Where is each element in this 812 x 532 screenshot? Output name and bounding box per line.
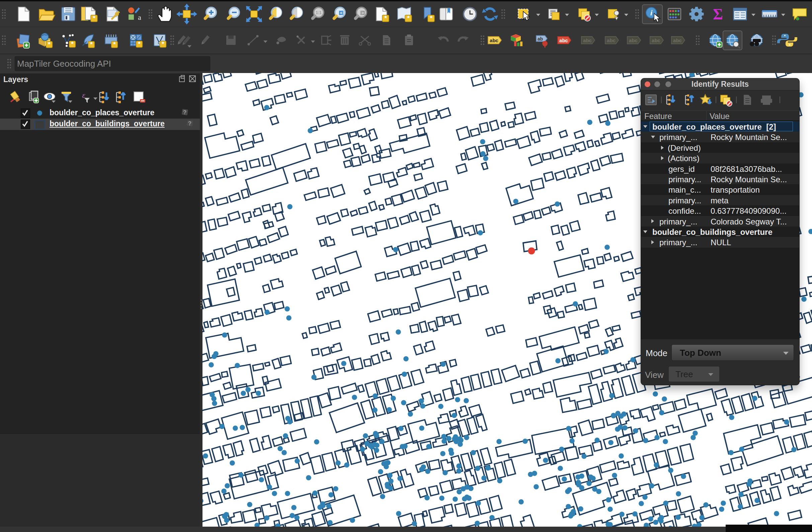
svg-text:a: a xyxy=(138,13,141,22)
svg-text:abc: abc xyxy=(583,38,592,43)
svg-text:*: * xyxy=(48,41,50,48)
svg-text:*: * xyxy=(384,14,387,22)
svg-text:abc: abc xyxy=(673,38,682,43)
svg-text:*: * xyxy=(407,14,410,22)
svg-text:>: > xyxy=(362,10,364,15)
svg-text:Σ: Σ xyxy=(713,6,723,23)
svg-text:ab: ab xyxy=(538,36,543,42)
svg-text:1:1: 1:1 xyxy=(316,10,322,15)
svg-text:abc: abc xyxy=(652,38,661,43)
svg-text:*: * xyxy=(430,14,433,22)
svg-text:*: * xyxy=(138,40,141,47)
svg-text:abc: abc xyxy=(607,38,615,43)
svg-text:?: ? xyxy=(183,109,186,115)
svg-text:*: * xyxy=(162,40,164,47)
svg-text:*: * xyxy=(93,14,96,22)
svg-text:i: i xyxy=(650,9,653,17)
svg-text:?: ? xyxy=(188,120,191,127)
svg-text:<: < xyxy=(340,10,343,15)
svg-text:abc: abc xyxy=(629,38,638,43)
svg-text:*: * xyxy=(113,41,116,48)
svg-text:abc: abc xyxy=(559,38,568,43)
svg-text:abc: abc xyxy=(490,38,498,43)
svg-text:*: * xyxy=(71,40,74,47)
svg-text:*: * xyxy=(90,41,93,48)
